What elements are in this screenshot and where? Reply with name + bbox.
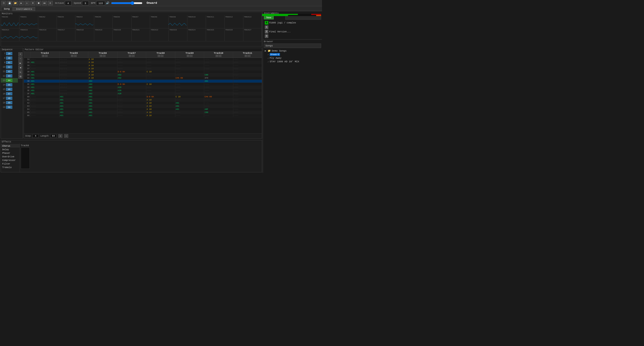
pe-cell-3C-2[interactable]: A02 <box>88 83 117 86</box>
pe-cell-3C-1[interactable]: ------ <box>59 83 88 86</box>
pe-cell-36-0[interactable]: ---- <box>30 64 59 67</box>
pe-cell-37-5[interactable]: ---- <box>175 67 204 70</box>
seq-row-18[interactable]: 18 49 <box>1 100 18 105</box>
pe-row-3E[interactable]: 3EA01------A02A20---------------- <box>24 89 262 92</box>
seq-row-9[interactable]: 9 41 <box>1 60 18 65</box>
track-plus-3[interactable]: + <box>129 55 132 57</box>
effect-item-compressor[interactable]: Compressor <box>1 158 20 162</box>
pe-cell-05-0[interactable]: ---- <box>30 111 59 114</box>
pe-cell-3C-4[interactable]: C 10 <box>146 83 175 86</box>
pe-cell-34-3[interactable]: ---- <box>117 58 146 61</box>
pe-cell-01-5[interactable]: ---- <box>175 98 204 101</box>
volume-slider[interactable] <box>111 1 142 5</box>
seq-btn-9[interactable]: 41 <box>6 61 12 64</box>
pe-cell-02-3[interactable]: ---- <box>117 102 146 104</box>
config-btn[interactable]: ⚙ <box>48 1 53 5</box>
pe-cell-00-7[interactable]: ---- <box>233 95 262 98</box>
pe-cell-06-2[interactable]: A01 <box>88 114 117 117</box>
pe-cell-35-1[interactable]: ------ <box>59 61 88 64</box>
pe-cell-02-0[interactable]: ---- <box>30 102 59 104</box>
pe-cell-35-4[interactable]: ---- <box>146 61 175 64</box>
pe-row-04[interactable]: 04----A01A01----A 10A01A0F---- <box>24 108 262 111</box>
pe-cell-3D-2[interactable]: A02 <box>88 86 117 89</box>
pe-cell-3E-1[interactable]: ------ <box>59 89 88 92</box>
seq-row-16[interactable]: 16 47 <box>1 92 18 96</box>
track-minus-6[interactable]: − <box>219 55 222 57</box>
pe-row-3B[interactable]: 3BA01------A02------------A01---- <box>24 80 262 83</box>
pe-cell-3F-3[interactable]: A20 <box>117 92 146 95</box>
seq-btn-17[interactable]: 48 <box>6 97 12 100</box>
pe-cell-00-1[interactable]: A01 <box>59 95 88 98</box>
pe-row-36[interactable]: 36----------A 10-------------------- <box>24 64 262 67</box>
pe-cell-37-0[interactable]: ---- <box>30 67 59 70</box>
seq-btn-7[interactable]: 18 <box>6 52 12 55</box>
seq-row-15[interactable]: 15 46 <box>1 87 18 92</box>
effect-item-tremolo[interactable]: Tremolo <box>1 166 20 169</box>
pe-cell-39-5[interactable]: ---- <box>175 73 204 76</box>
pe-row-02[interactable]: 02----A01A01----A 10A01-------- <box>24 102 262 105</box>
pe-cell-06-5[interactable]: ---- <box>175 114 204 117</box>
pe-cell-04-3[interactable]: ---- <box>117 108 146 111</box>
pe-cell-02-7[interactable]: ---- <box>233 102 262 104</box>
pause-btn[interactable]: ⏸ <box>30 1 35 5</box>
pe-cell-3F-4[interactable]: ---- <box>146 92 175 95</box>
seq-btn-13[interactable]: 44 <box>6 79 12 82</box>
effect-item-overdrive[interactable]: Overdrive <box>1 155 20 158</box>
tab-instruments[interactable]: Instruments <box>13 7 35 11</box>
seq-btn-10[interactable]: 12 <box>6 65 12 69</box>
pe-cell-03-1[interactable]: A01 <box>59 105 88 108</box>
seq-btn-19[interactable]: 50 <box>6 106 12 109</box>
track-plus-5[interactable]: + <box>187 55 190 57</box>
seq-btn-14[interactable]: 45 <box>6 83 12 86</box>
new-file-btn[interactable]: 🗋 <box>1 1 6 5</box>
pe-cell-06-4[interactable]: A 10 <box>146 114 175 117</box>
pe-cell-37-6[interactable]: ---- <box>204 67 233 70</box>
browser-song-fly-away[interactable]: ♪ Fly Away <box>264 56 321 60</box>
effect-item-delay[interactable]: Delay <box>1 148 20 151</box>
pe-cell-02-6[interactable]: ---- <box>204 102 233 104</box>
pe-cell-3E-0[interactable]: A01 <box>30 89 59 92</box>
pe-cell-38-1[interactable]: ------ <box>59 70 88 73</box>
pe-cell-3B-7[interactable]: ---- <box>233 80 262 83</box>
pe-cell-38-6[interactable]: ---- <box>204 70 233 73</box>
browser-song-onward[interactable]: ♪ Onward <box>264 53 321 56</box>
pe-cell-3E-3[interactable]: A20 <box>117 89 146 92</box>
pe-cell-3D-3[interactable]: A20 <box>117 86 146 89</box>
pe-cell-3C-5[interactable]: ---- <box>175 83 204 86</box>
pe-row-35[interactable]: 35A01------A 10-------------------- <box>24 61 262 64</box>
pe-cell-01-4[interactable]: A 10 <box>146 98 175 101</box>
pe-cell-04-2[interactable]: A01 <box>88 108 117 111</box>
seq-add-btn[interactable]: + <box>18 52 22 56</box>
pe-row-01[interactable]: 01----A01A01----A 10------------ <box>24 98 262 102</box>
pe-cell-3B-1[interactable]: ------ <box>59 80 88 83</box>
seq-row-19[interactable]: 19 50 <box>1 105 18 109</box>
track-minus-1[interactable]: − <box>74 55 77 57</box>
pe-cell-37-4[interactable]: ---- <box>146 67 175 70</box>
play-btn[interactable]: ▶ <box>19 1 24 5</box>
pe-cell-05-7[interactable]: ---- <box>233 111 262 114</box>
seq-row-11[interactable]: 11 43 <box>1 69 18 74</box>
pe-row-39[interactable]: 39A01------A 10A02--------C00---- <box>24 73 262 77</box>
track-plus-2[interactable]: + <box>100 55 102 57</box>
seq-right-btn[interactable]: ▶ <box>18 61 22 65</box>
pe-cell-3F-2[interactable]: A02 <box>88 92 117 95</box>
pe-cell-34-5[interactable]: ---- <box>175 58 204 61</box>
pe-cell-3B-5[interactable]: ---- <box>175 80 204 83</box>
pe-cell-03-5[interactable]: A01 <box>175 105 204 108</box>
bpm-value[interactable]: 122 <box>96 1 105 5</box>
pe-cell-3C-3[interactable]: E-6 0A <box>117 83 146 86</box>
pe-cell-3E-2[interactable]: A02 <box>88 89 117 92</box>
pe-cell-01-6[interactable]: ---- <box>204 98 233 101</box>
length-value[interactable]: 64 <box>50 134 56 138</box>
pe-cell-00-3[interactable]: ---- <box>117 95 146 98</box>
pe-cell-3C-7[interactable]: ---- <box>233 83 262 86</box>
pe-cell-3A-0[interactable]: A01 <box>30 77 59 79</box>
pe-cell-38-0[interactable]: A01 <box>30 70 59 73</box>
pe-cell-3F-0[interactable]: A01 <box>30 92 59 95</box>
pe-row-3C[interactable]: 3CA01------A02E-6 0AC 10------------ <box>24 83 262 86</box>
pe-cell-37-1[interactable]: ------ <box>59 67 88 70</box>
pe-cell-39-7[interactable]: ---- <box>233 73 262 76</box>
pe-cell-3F-1[interactable]: ------ <box>59 92 88 95</box>
pe-cell-3F-6[interactable]: ---- <box>204 92 233 95</box>
pe-cell-05-5[interactable]: ---- <box>175 111 204 114</box>
